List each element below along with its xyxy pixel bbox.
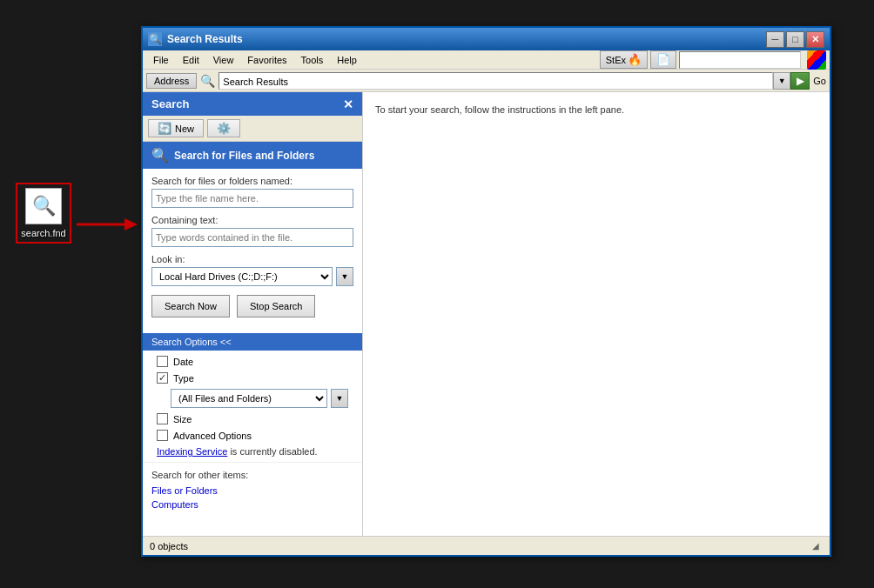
svg-marker-1 bbox=[124, 218, 138, 231]
search-options-bar[interactable]: Search Options << bbox=[143, 333, 362, 351]
go-arrow-button[interactable]: ▶ bbox=[790, 72, 810, 90]
option-date-row: Date bbox=[157, 356, 348, 367]
content-area: Search ✕ 🔄 New ⚙️ 🔍 Search for Files and bbox=[143, 92, 830, 536]
stex-extra-button[interactable]: 📄 bbox=[650, 50, 676, 69]
indexing-link[interactable]: Indexing Service bbox=[157, 446, 227, 457]
titlebar-buttons: ─ □ ✕ bbox=[766, 31, 824, 48]
menu-edit[interactable]: Edit bbox=[176, 53, 206, 67]
right-panel: To start your search, follow the instruc… bbox=[363, 92, 830, 536]
advanced-label: Advanced Options bbox=[173, 431, 252, 441]
address-search-icon: 🔍 bbox=[200, 74, 215, 88]
toolbar-address-input[interactable] bbox=[679, 51, 801, 69]
search-panel-scroll[interactable]: 🔍 Search for Files and Folders Search fo… bbox=[143, 142, 362, 536]
status-text: 0 objects bbox=[150, 541, 812, 551]
options-icon: ⚙️ bbox=[217, 122, 231, 135]
stop-search-button[interactable]: Stop Search bbox=[237, 295, 316, 317]
search-now-button[interactable]: Search Now bbox=[151, 295, 230, 317]
addressbar: Address 🔍 Search Results ▼ ▶ Go bbox=[143, 70, 830, 92]
look-in-dropdown-button[interactable]: ▼ bbox=[336, 267, 353, 286]
menu-file[interactable]: File bbox=[146, 53, 176, 67]
look-in-select[interactable]: Local Hard Drives (C:;D:;F:) bbox=[151, 267, 333, 286]
section-search-icon: 🔍 bbox=[151, 147, 169, 164]
type-select-row: (All Files and Folders) ▼ bbox=[171, 389, 348, 408]
desktop-icon-search[interactable]: search.fnd bbox=[9, 183, 78, 244]
section-title-bar: 🔍 Search for Files and Folders bbox=[143, 142, 362, 169]
left-panel: Search ✕ 🔄 New ⚙️ 🔍 Search for Files and bbox=[143, 92, 363, 536]
containing-label: Containing text: bbox=[151, 215, 353, 225]
option-size-row: Size bbox=[157, 413, 348, 424]
panel-toolbar: 🔄 New ⚙️ bbox=[143, 116, 362, 142]
other-items-section: Search for other items: Files or Folders… bbox=[143, 462, 362, 520]
type-checkbox[interactable] bbox=[157, 372, 168, 384]
files-label: Search for files or folders named: bbox=[151, 176, 353, 186]
icon-label: search.fnd bbox=[21, 228, 65, 238]
maximize-button[interactable]: □ bbox=[786, 31, 804, 48]
look-in-row: Local Hard Drives (C:;D:;F:) ▼ bbox=[151, 267, 353, 286]
search-options-label: Search Options << bbox=[151, 337, 232, 347]
type-select[interactable]: (All Files and Folders) bbox=[171, 389, 327, 408]
window-title: Search Results bbox=[167, 33, 766, 45]
stex-icon: 🔥 bbox=[628, 53, 642, 66]
resize-handle[interactable]: ◢ bbox=[812, 541, 823, 551]
search-results-window: 🔍 Search Results ─ □ ✕ File Edit View Fa… bbox=[141, 26, 831, 557]
size-checkbox[interactable] bbox=[157, 413, 168, 424]
close-button[interactable]: ✕ bbox=[806, 31, 824, 48]
option-advanced-row: Advanced Options bbox=[157, 430, 348, 441]
menu-favorites[interactable]: Favorites bbox=[240, 53, 293, 67]
look-in-label: Look in: bbox=[151, 254, 353, 264]
indexing-row: Indexing Service is currently disabled. bbox=[157, 446, 348, 457]
search-options-section: Search Options << Date Type bbox=[143, 333, 362, 462]
new-icon: 🔄 bbox=[158, 122, 171, 135]
minimize-button[interactable]: ─ bbox=[766, 31, 784, 48]
new-button[interactable]: 🔄 New bbox=[148, 119, 204, 137]
indexing-suffix-text: is currently disabled. bbox=[227, 446, 317, 457]
stex-label: StEx bbox=[606, 55, 626, 65]
other-items-title: Search for other items: bbox=[151, 470, 353, 480]
menu-view[interactable]: View bbox=[206, 53, 241, 67]
windows-logo-icon bbox=[807, 50, 826, 70]
address-dropdown-button[interactable]: ▼ bbox=[773, 72, 790, 90]
stex-button[interactable]: StEx 🔥 bbox=[600, 50, 648, 69]
stex-extra-icon: 📄 bbox=[656, 53, 670, 66]
menu-help[interactable]: Help bbox=[330, 53, 364, 67]
options-button[interactable]: ⚙️ bbox=[207, 119, 240, 137]
desktop: search.fnd bbox=[0, 0, 139, 588]
option-type-row: Type bbox=[157, 372, 348, 384]
size-label: Size bbox=[173, 414, 192, 424]
panel-header: Search ✕ bbox=[143, 92, 362, 116]
search-form-body: Search for files or folders named: Conta… bbox=[143, 169, 362, 333]
containing-input[interactable] bbox=[151, 228, 353, 247]
section-title: Search for Files and Folders bbox=[174, 150, 314, 162]
panel-close-button[interactable]: ✕ bbox=[343, 98, 353, 110]
instruction-text: To start your search, follow the instruc… bbox=[375, 104, 624, 115]
statusbar: 0 objects ◢ bbox=[143, 536, 830, 555]
date-label: Date bbox=[173, 357, 193, 367]
window-icon: 🔍 bbox=[148, 32, 162, 46]
address-label: Address bbox=[146, 73, 197, 89]
files-folders-link[interactable]: Files or Folders bbox=[151, 485, 353, 496]
advanced-checkbox[interactable] bbox=[157, 430, 168, 441]
panel-header-title: Search bbox=[151, 97, 189, 110]
address-text: Search Results bbox=[218, 72, 773, 90]
go-label: Go bbox=[813, 76, 826, 86]
search-fnd-icon bbox=[25, 188, 62, 224]
menubar: File Edit View Favorites Tools Help StEx… bbox=[143, 50, 830, 70]
type-dropdown-button[interactable]: ▼ bbox=[331, 389, 348, 408]
date-checkbox[interactable] bbox=[157, 356, 168, 367]
options-body: Date Type (All Files and Folders) bbox=[143, 351, 362, 462]
files-input[interactable] bbox=[151, 189, 353, 208]
menu-tools[interactable]: Tools bbox=[294, 53, 331, 67]
computers-link[interactable]: Computers bbox=[151, 499, 353, 510]
icon-border: search.fnd bbox=[16, 183, 71, 244]
titlebar: 🔍 Search Results ─ □ ✕ bbox=[143, 28, 830, 50]
new-label: New bbox=[175, 124, 194, 134]
search-button-row: Search Now Stop Search bbox=[151, 295, 353, 317]
type-label: Type bbox=[173, 373, 194, 384]
arrow-indicator bbox=[77, 216, 138, 233]
